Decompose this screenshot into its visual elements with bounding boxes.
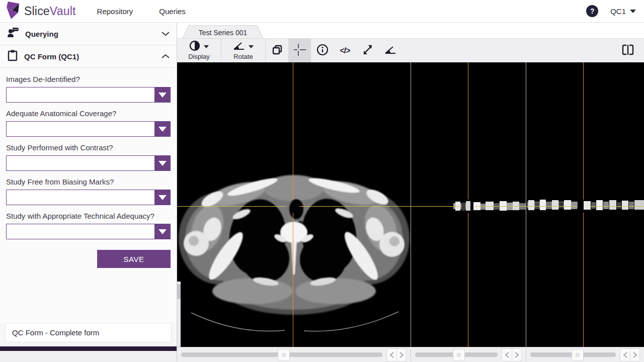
- field-label: Study with Appropriate Technical Adequac…: [6, 212, 171, 220]
- form-field: Images De-Identified?: [6, 75, 171, 103]
- qc-form-status-note: QC Form - Complete form: [5, 323, 172, 342]
- split-view-button[interactable]: [616, 44, 639, 58]
- scrollbar-track[interactable]: [530, 352, 616, 357]
- next-slice-button[interactable]: [630, 349, 639, 361]
- slice-scrollbar-row: [177, 347, 644, 362]
- chevron-down-icon: [162, 29, 170, 38]
- scrollbar-thumb[interactable]: [278, 349, 290, 361]
- form-field: Study with Appropriate Technical Adequac…: [6, 212, 171, 239]
- chevron-up-icon: [162, 52, 170, 61]
- dropdown-arrow-icon[interactable]: [154, 190, 170, 205]
- biasing-marks-select[interactable]: [6, 190, 171, 205]
- nav-item-repository[interactable]: Repository: [97, 7, 133, 16]
- display-label: Display: [188, 53, 210, 60]
- rotate-button[interactable]: Rotate: [221, 39, 266, 62]
- copy-layers-button[interactable]: [266, 39, 288, 62]
- viewer-toolbar: Display Rotate: [177, 38, 644, 62]
- sidebar-bottom-gap: [0, 351, 177, 362]
- field-label: Images De-Identified?: [6, 75, 171, 83]
- help-icon[interactable]: ?: [586, 5, 598, 17]
- scrollbar-track[interactable]: [415, 352, 498, 357]
- mpr1-slice-scrollbar: [411, 347, 526, 362]
- form-field: Adequate Anatomical Coverage?: [6, 109, 171, 137]
- expand-button[interactable]: [356, 39, 379, 62]
- next-slice-button[interactable]: [512, 349, 521, 361]
- previous-slice-button[interactable]: [387, 349, 396, 361]
- angle-button[interactable]: [379, 39, 401, 62]
- sidebar-spacer: [0, 268, 177, 323]
- contrast-select[interactable]: [6, 155, 171, 171]
- dropdown-arrow-icon[interactable]: [154, 122, 170, 136]
- code-button[interactable]: </>: [334, 39, 356, 62]
- viewport-axial[interactable]: [177, 62, 411, 347]
- copy-layers-icon: [271, 44, 283, 58]
- next-slice-button[interactable]: [396, 349, 406, 361]
- crosshair-vertical-line[interactable]: [293, 62, 293, 200]
- top-nav: SliceVault Repository Queries ? QC1: [0, 0, 644, 23]
- crosshair-vertical-line[interactable]: [293, 213, 293, 347]
- sidebar-section-qc-form[interactable]: QC Form (QC1): [0, 45, 177, 68]
- crosshair-horizontal-line[interactable]: [411, 206, 462, 207]
- crosshair-vertical-line[interactable]: [468, 62, 468, 200]
- select-value: [7, 156, 154, 170]
- crosshair-button[interactable]: [288, 39, 311, 62]
- previous-slice-button[interactable]: [620, 349, 630, 361]
- dropdown-arrow-icon[interactable]: [154, 224, 170, 239]
- select-value: [7, 87, 154, 102]
- rotate-angle-icon: [233, 41, 245, 53]
- code-icon: </>: [340, 46, 350, 55]
- clipboard-icon: [7, 49, 18, 63]
- brand-logo[interactable]: SliceVault: [4, 1, 76, 22]
- info-icon: [316, 44, 329, 58]
- display-button[interactable]: Display: [177, 39, 221, 62]
- crosshair-horizontal-line[interactable]: [177, 206, 286, 207]
- sidebar-section-querying[interactable]: Querying: [0, 23, 177, 45]
- form-field: Study Performed with Contrast?: [6, 143, 171, 171]
- slicevault-logo-icon: [4, 1, 21, 22]
- sidebar-dark-divider: [0, 346, 177, 351]
- crosshair-horizontal-line[interactable]: [299, 206, 411, 207]
- previous-slice-button[interactable]: [502, 349, 512, 361]
- crosshair-vertical-line[interactable]: [583, 213, 584, 347]
- dropdown-arrow-icon[interactable]: [154, 87, 170, 102]
- viewer-panel: Test Series 001 Display: [177, 23, 644, 362]
- contrast-icon: [189, 40, 200, 53]
- viewport-vertical-scrollbar[interactable]: [177, 282, 181, 347]
- mpr-strip-image: [527, 197, 644, 212]
- mpr2-slice-scrollbar: [526, 347, 644, 362]
- user-menu[interactable]: QC1: [610, 7, 636, 16]
- crosshair-horizontal-line[interactable]: [526, 206, 577, 207]
- select-value: [7, 190, 154, 205]
- dropdown-arrow-icon[interactable]: [154, 156, 170, 170]
- tab-label: Test Series 001: [199, 29, 248, 37]
- save-button[interactable]: SAVE: [97, 250, 171, 268]
- crosshair-horizontal-line[interactable]: [590, 206, 644, 207]
- crosshair-vertical-line[interactable]: [468, 213, 468, 347]
- split-view-icon: [621, 44, 634, 58]
- main-nav: Repository Queries: [97, 7, 186, 16]
- info-button[interactable]: [311, 39, 334, 62]
- viewport-grid: [177, 62, 644, 347]
- viewport-mpr-2[interactable]: [526, 62, 644, 347]
- ct-axial-image: [177, 62, 411, 347]
- sidebar: Querying QC Form (QC1): [0, 23, 177, 362]
- images-deidentified-select[interactable]: [6, 87, 171, 103]
- anatomical-coverage-select[interactable]: [6, 121, 171, 137]
- qc-form: Images De-Identified? Adequate Anatomica…: [0, 68, 177, 268]
- tab-row: Test Series 001: [177, 23, 644, 38]
- scrollbar-thumb[interactable]: [453, 349, 465, 361]
- tab-test-series-001[interactable]: Test Series 001: [182, 25, 264, 39]
- form-field: Study Free from Biasing Marks?: [6, 177, 171, 205]
- scrollbar-thumb[interactable]: [177, 284, 181, 299]
- viewport-mpr-1[interactable]: [411, 62, 526, 347]
- technical-adequacy-select[interactable]: [6, 224, 171, 239]
- crosshair-vertical-line[interactable]: [583, 62, 584, 200]
- person-chat-icon: [7, 27, 19, 40]
- chevron-down-icon: [630, 10, 636, 13]
- scrollbar-track[interactable]: [181, 352, 382, 357]
- app-window: SliceVault Repository Queries ? QC1: [0, 0, 644, 362]
- scrollbar-thumb[interactable]: [572, 349, 584, 361]
- crosshair-horizontal-line[interactable]: [474, 206, 526, 207]
- nav-item-queries[interactable]: Queries: [159, 7, 186, 16]
- axial-slice-scrollbar: [177, 347, 411, 362]
